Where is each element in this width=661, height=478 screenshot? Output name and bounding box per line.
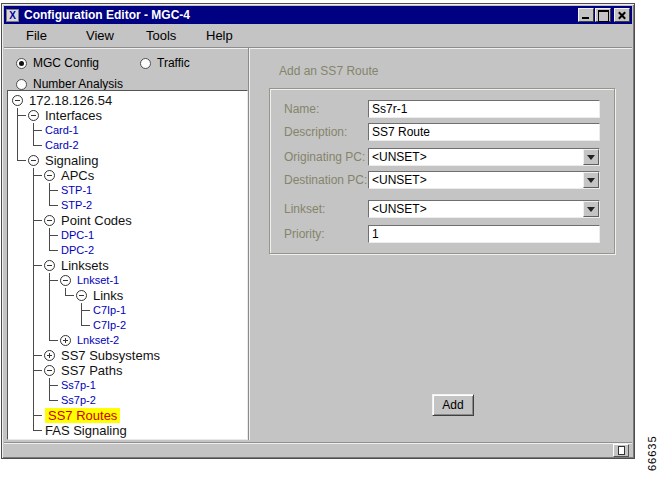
tree-connector	[42, 198, 58, 213]
add-button[interactable]: Add	[432, 394, 474, 416]
dropdown-arrow-button[interactable]	[583, 172, 599, 188]
tree-label[interactable]: FAS Signaling	[45, 423, 127, 438]
originating-pc-label: Originating PC:	[284, 150, 368, 164]
tree-label[interactable]: SS7 Routes	[45, 408, 120, 423]
app-window: X Configuration Editor - MGC-4 FileViewT…	[1, 3, 635, 459]
tree-connector	[26, 423, 42, 438]
menu-view[interactable]: View	[86, 28, 146, 43]
name-field[interactable]	[368, 100, 600, 118]
tree-connector	[10, 228, 26, 243]
tree-label[interactable]: STP-1	[61, 183, 92, 198]
radio-label: Traffic	[157, 56, 190, 70]
tree-node-c7ip-2: C7Ip-2	[10, 318, 247, 333]
tree-connector	[10, 423, 26, 438]
tree-label[interactable]: Card-1	[45, 123, 79, 138]
minimize-icon	[579, 9, 593, 21]
tree-label[interactable]: Interfaces	[45, 108, 102, 123]
tree-toggle-icon[interactable]	[42, 258, 58, 273]
tree-connector	[10, 288, 26, 303]
tree-toggle-icon[interactable]	[74, 288, 90, 303]
tree-node-ss7p-1: Ss7p-1	[10, 378, 247, 393]
menu-file[interactable]: File	[26, 28, 86, 43]
tree-node-card-2: Card-2	[10, 138, 247, 153]
tree-label[interactable]: Ss7p-2	[61, 393, 96, 408]
tree-toggle-icon[interactable]	[26, 153, 42, 168]
tree-connector	[10, 273, 26, 288]
tree-toggle-icon[interactable]	[58, 273, 74, 288]
form-row-description: Description:	[284, 122, 614, 142]
tree-connector	[26, 408, 42, 423]
tree-connector	[74, 318, 90, 333]
tree-label[interactable]: Links	[93, 288, 123, 303]
tree-label[interactable]: Lnkset-2	[77, 333, 119, 348]
tree-label[interactable]: SS7 Subsystems	[61, 348, 160, 363]
status-doc-button[interactable]	[613, 444, 629, 457]
tree-connector	[10, 198, 26, 213]
tree-label[interactable]: Signaling	[45, 153, 99, 168]
tree-connector	[42, 303, 58, 318]
tree-label[interactable]: APCs	[61, 168, 94, 183]
tree-node-linksets: Linksets	[10, 258, 247, 273]
tree-connector	[10, 393, 26, 408]
tree-toggle-icon[interactable]	[42, 348, 58, 363]
linkset-dropdown[interactable]: <UNSET>	[368, 200, 600, 218]
radio-icon	[140, 58, 151, 69]
tree-label[interactable]: Ss7p-1	[61, 378, 96, 393]
tree-node-lnkset-1: Lnkset-1	[10, 273, 247, 288]
title-bar[interactable]: X Configuration Editor - MGC-4	[4, 6, 632, 24]
tree-panel[interactable]: 172.18.126.54InterfacesCard-1Card-2Signa…	[7, 90, 248, 440]
tree-toggle-icon[interactable]	[42, 213, 58, 228]
tree-label[interactable]: C7Ip-1	[93, 303, 126, 318]
radio-label: MGC Config	[33, 56, 99, 70]
chevron-down-icon	[587, 178, 595, 183]
tree-connector	[10, 333, 26, 348]
tree-toggle-icon[interactable]	[58, 333, 74, 348]
maximize-button[interactable]	[595, 8, 611, 22]
tree-connector	[26, 243, 42, 258]
dropdown-arrow-button[interactable]	[583, 149, 599, 165]
tree-connector	[42, 318, 58, 333]
menu-help[interactable]: Help	[206, 28, 266, 43]
tree-label[interactable]: DPC-2	[61, 243, 94, 258]
radio-icon	[16, 58, 27, 69]
tree-label[interactable]: STP-2	[61, 198, 92, 213]
tree-node-ss7-subsystems: SS7 Subsystems	[10, 348, 247, 363]
priority-field[interactable]	[368, 225, 600, 243]
minimize-button[interactable]	[578, 8, 594, 22]
radio-mgc-config[interactable]: MGC Config	[16, 56, 99, 70]
tree-label[interactable]: Linksets	[61, 258, 109, 273]
tree-toggle-icon[interactable]	[42, 168, 58, 183]
destination-pc-label: Destination PC:	[284, 173, 368, 187]
document-icon	[618, 446, 625, 455]
tree-connector	[42, 333, 58, 348]
tree-label[interactable]: C7Ip-2	[93, 318, 126, 333]
tree-label[interactable]: DPC-1	[61, 228, 94, 243]
description-field[interactable]	[368, 123, 600, 141]
tree-connector	[10, 378, 26, 393]
tree-toggle-icon[interactable]	[10, 93, 26, 108]
window-title: Configuration Editor - MGC-4	[24, 8, 577, 22]
originating-pc-dropdown[interactable]: <UNSET>	[368, 148, 600, 166]
tree-toggle-icon[interactable]	[42, 363, 58, 378]
tree-label[interactable]: SS7 Paths	[61, 363, 122, 378]
tree-label[interactable]: 172.18.126.54	[29, 93, 112, 108]
tree-toggle-icon[interactable]	[26, 108, 42, 123]
tree-node-apcs: APCs	[10, 168, 247, 183]
tree-label[interactable]: Lnkset-1	[77, 273, 119, 288]
tree-label[interactable]: Point Codes	[61, 213, 132, 228]
tree-node-links: Links	[10, 288, 247, 303]
radio-traffic[interactable]: Traffic	[140, 56, 190, 70]
tree-label[interactable]: Card-2	[45, 138, 79, 153]
dropdown-arrow-button[interactable]	[583, 201, 599, 217]
app-icon: X	[6, 9, 19, 22]
tree-node-ss7-routes: SS7 Routes	[10, 408, 247, 423]
form-row-originating-pc: Originating PC:<UNSET>	[284, 147, 614, 167]
radio-number-analysis[interactable]: Number Analysis	[16, 77, 123, 91]
close-button[interactable]	[614, 8, 630, 22]
tree-connector	[42, 243, 58, 258]
tree-connector	[58, 318, 74, 333]
tree-connector	[26, 183, 42, 198]
tree-connector	[26, 378, 42, 393]
menu-tools[interactable]: Tools	[146, 28, 206, 43]
destination-pc-dropdown[interactable]: <UNSET>	[368, 171, 600, 189]
